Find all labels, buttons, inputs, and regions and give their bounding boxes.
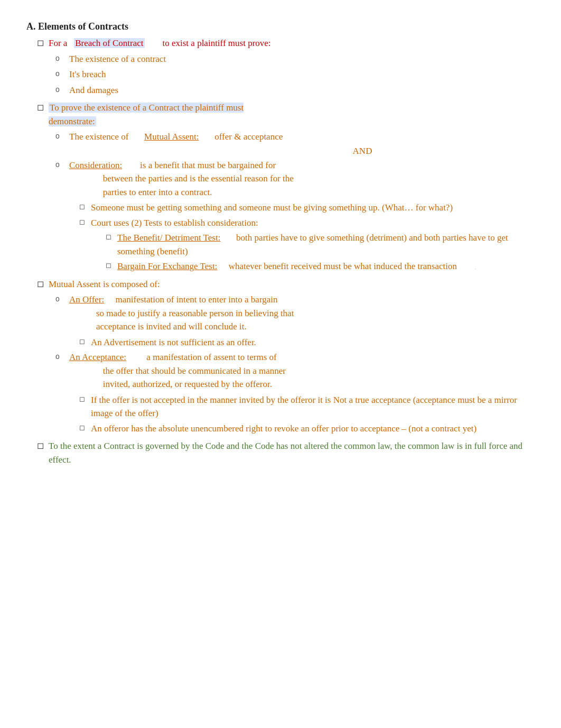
l2-item-breach: o It's breach: [26, 68, 535, 81]
l3-text-revoke: An offeror has the absolute unencumbered…: [91, 422, 535, 436]
bargain-exchange-label: Bargain For Exchange Test:: [117, 261, 217, 271]
l3-marker-revoke: ◻: [79, 422, 91, 432]
l2-item-damages: o And damages: [26, 84, 535, 97]
l2-marker-offer: o: [55, 293, 69, 303]
l2-text-mutual: The existence of Mutual Assent: offer & …: [69, 130, 535, 144]
l2-item-existence: o The existence of a contract: [26, 52, 535, 66]
consideration-label: Consideration:: [69, 160, 122, 170]
l2-text-offer: An Offer: manifestation of intent to ent…: [69, 293, 535, 334]
section-heading: A. Elements of Contracts: [26, 21, 535, 32]
l1-text-1: For a Breach of Contract to exist a plai…: [49, 36, 535, 50]
benefit-detriment-label: The Benefit/ Detriment Test:: [117, 233, 220, 243]
l3-text-not-accepted: If the offer is not accepted in the mann…: [91, 393, 535, 420]
l2-text-existence: The existence of a contract: [69, 52, 535, 66]
l2-marker-acceptance: o: [55, 351, 69, 361]
l3-marker-not-accepted: ◻: [79, 393, 91, 403]
l4-marker-be: ◻: [106, 260, 117, 270]
l3-marker-court: ◻: [79, 216, 91, 226]
l2-marker-mutual: o: [55, 130, 69, 140]
l2-marker-consideration: o: [55, 159, 69, 169]
l2-offer: o An Offer: manifestation of intent to e…: [26, 293, 535, 334]
l2-marker-breach: o: [55, 68, 69, 78]
l2-consideration: o Consideration: is a benefit that must …: [26, 159, 535, 199]
l3-marker-getting: ◻: [79, 201, 91, 211]
l1-marker-3: ◻: [37, 278, 49, 289]
l4-text-bd: The Benefit/ Detriment Test: both partie…: [117, 231, 535, 258]
l1-item-4: ◻ To the extent a Contract is governed b…: [26, 439, 535, 466]
l1-marker-1: ◻: [37, 36, 49, 48]
section-2: ◻ To prove the existence of a Contract t…: [26, 101, 535, 273]
l4-marker-bd: ◻: [106, 231, 117, 241]
l3-text-court: Court uses (2) Tests to establish consid…: [91, 216, 535, 230]
l1-marker-2: ◻: [37, 101, 49, 112]
section-1: ◻ For a Breach of Contract to exist a pl…: [26, 36, 535, 97]
l3-court-tests: ◻ Court uses (2) Tests to establish cons…: [26, 216, 535, 230]
acceptance-label: An Acceptance:: [69, 352, 126, 362]
l4-text-be: Bargain For Exchange Test: whatever bene…: [117, 260, 535, 273]
section-3: ◻ Mutual Assent is composed of: o An Off…: [26, 278, 535, 436]
l3-revoke: ◻ An offeror has the absolute unencumber…: [26, 422, 535, 436]
l3-text-getting: Someone must be getting something and so…: [91, 201, 535, 215]
l1-text-3: Mutual Assent is composed of:: [49, 278, 535, 291]
prove-highlight: To prove the existence of a Contract the…: [49, 103, 244, 126]
l4-benefit-detriment: ◻ The Benefit/ Detriment Test: both part…: [26, 231, 535, 258]
l2-text-breach: It's breach: [69, 68, 535, 81]
l2-mutual-assent: o The existence of Mutual Assent: offer …: [26, 130, 535, 144]
mutual-assent-label: Mutual Assent:: [144, 132, 199, 142]
l2-text-damages: And damages: [69, 84, 535, 97]
l1-item-2: ◻ To prove the existence of a Contract t…: [26, 101, 535, 128]
l3-not-accepted: ◻ If the offer is not accepted in the ma…: [26, 393, 535, 420]
l2-acceptance: o An Acceptance: a manifestation of asse…: [26, 351, 535, 391]
l3-text-ad: An Advertisement is not sufficient as an…: [91, 336, 535, 349]
l1-item-1: ◻ For a Breach of Contract to exist a pl…: [26, 36, 535, 50]
l3-marker-ad: ◻: [79, 336, 91, 346]
section-4: ◻ To the extent a Contract is governed b…: [26, 439, 535, 466]
and-label: AND: [26, 146, 535, 156]
l1-marker-4: ◻: [37, 439, 49, 450]
offer-label: An Offer:: [69, 294, 104, 305]
l2-marker-existence: o: [55, 52, 69, 62]
l2-text-acceptance: An Acceptance: a manifestation of assent…: [69, 351, 535, 391]
breach-highlight: Breach of Contract: [74, 38, 144, 48]
l1-text-4: To the extent a Contract is governed by …: [49, 439, 535, 466]
l4-bargain-exchange: ◻ Bargain For Exchange Test: whatever be…: [26, 260, 535, 273]
l1-text-2: To prove the existence of a Contract the…: [49, 101, 535, 128]
l3-getting: ◻ Someone must be getting something and …: [26, 201, 535, 215]
l2-marker-damages: o: [55, 84, 69, 94]
page-container: A. Elements of Contracts ◻ For a Breach …: [26, 21, 535, 466]
l1-item-3: ◻ Mutual Assent is composed of:: [26, 278, 535, 291]
l2-text-consideration: Consideration: is a benefit that must be…: [69, 159, 535, 199]
l3-advertisement: ◻ An Advertisement is not sufficient as …: [26, 336, 535, 349]
